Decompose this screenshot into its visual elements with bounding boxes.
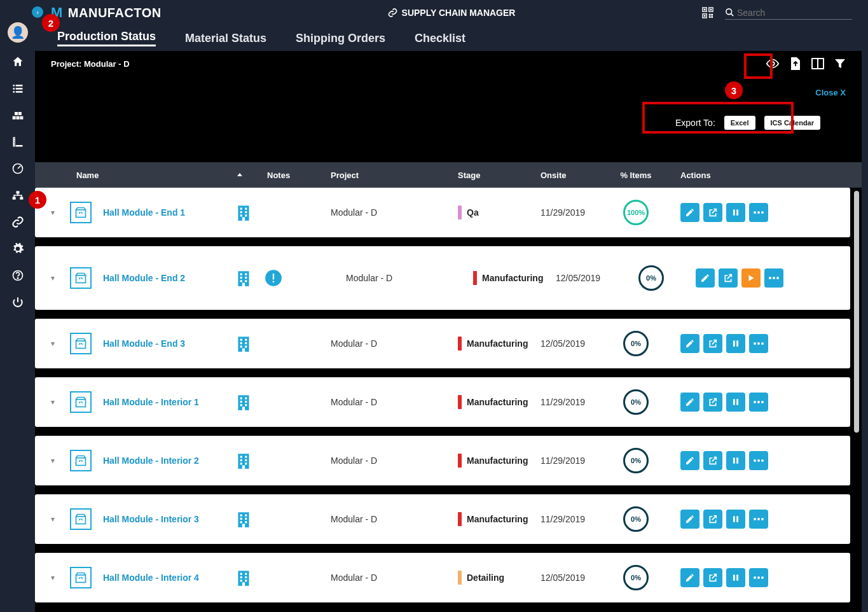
pause-button[interactable] xyxy=(726,203,745,222)
expand-row-icon[interactable]: ▾ xyxy=(35,515,70,524)
sort-icon[interactable] xyxy=(235,170,267,179)
col-items[interactable]: % Items xyxy=(604,170,668,180)
gauge-icon[interactable] xyxy=(10,161,25,176)
row-name-link[interactable]: Hall Module - Interior 1 xyxy=(103,397,199,407)
edit-button[interactable] xyxy=(680,393,699,412)
row-name-link[interactable]: Hall Module - End 2 xyxy=(103,273,185,283)
link-icon[interactable] xyxy=(10,214,25,230)
edit-button[interactable] xyxy=(680,203,699,222)
pause-button[interactable] xyxy=(726,393,745,412)
expand-row-icon[interactable]: ▾ xyxy=(35,208,70,217)
edit-button[interactable] xyxy=(680,451,699,470)
col-name[interactable]: Name xyxy=(70,170,235,180)
svg-rect-68 xyxy=(240,345,242,347)
svg-rect-143 xyxy=(736,574,738,580)
svg-rect-47 xyxy=(76,275,86,283)
close-export[interactable]: Close X xyxy=(815,88,846,97)
svg-rect-54 xyxy=(245,280,247,282)
col-onsite[interactable]: Onsite xyxy=(541,170,604,180)
svg-point-27 xyxy=(726,9,732,15)
row-onsite: 11/29/2019 xyxy=(541,456,604,466)
search-input[interactable] xyxy=(734,8,852,18)
edit-button[interactable] xyxy=(680,568,699,587)
svg-rect-102 xyxy=(240,462,242,464)
export-panel: Export To: Excel ICS Calendar xyxy=(675,116,820,130)
row-stage: Detailing xyxy=(458,571,541,585)
svg-rect-85 xyxy=(240,404,242,406)
play-button[interactable] xyxy=(741,268,761,288)
list-icon[interactable] xyxy=(10,81,25,96)
more-button[interactable] xyxy=(749,451,768,470)
row-project: Modular - D xyxy=(346,273,473,283)
power-icon[interactable] xyxy=(10,295,25,310)
expand-row-icon[interactable]: ▾ xyxy=(35,274,70,282)
visibility-icon[interactable] xyxy=(766,57,780,71)
row-name-link[interactable]: Hall Module - Interior 3 xyxy=(103,514,199,524)
export-excel-button[interactable]: Excel xyxy=(724,116,755,130)
open-button[interactable] xyxy=(703,203,722,222)
help-icon[interactable] xyxy=(10,268,25,283)
avatar[interactable]: 👤 xyxy=(8,22,28,43)
export-ics-button[interactable]: ICS Calendar xyxy=(764,116,820,130)
tab-checklist[interactable]: Checklist xyxy=(415,32,465,45)
expand-row-icon[interactable]: ▾ xyxy=(35,456,70,465)
col-stage[interactable]: Stage xyxy=(458,170,541,180)
row-name-link[interactable]: Hall Module - Interior 4 xyxy=(103,573,199,583)
more-button[interactable] xyxy=(749,510,768,529)
col-project[interactable]: Project xyxy=(331,170,458,180)
scrollbar[interactable] xyxy=(854,191,859,433)
table-row: ▾Hall Module - Interior 1Modular - DManu… xyxy=(35,377,850,427)
qr-icon[interactable] xyxy=(702,7,713,18)
tabbar: Production Status Material Status Shippi… xyxy=(35,25,868,51)
more-button[interactable] xyxy=(764,268,783,288)
tab-material-status[interactable]: Material Status xyxy=(185,32,266,45)
svg-point-145 xyxy=(757,576,760,579)
svg-rect-9 xyxy=(15,112,18,115)
open-button[interactable] xyxy=(703,451,722,470)
edit-button[interactable] xyxy=(680,510,699,529)
more-button[interactable] xyxy=(749,568,768,587)
tab-shipping-orders[interactable]: Shipping Orders xyxy=(296,32,385,45)
row-project: Modular - D xyxy=(331,456,458,466)
pause-button[interactable] xyxy=(726,334,745,353)
pause-button[interactable] xyxy=(726,451,745,470)
svg-rect-69 xyxy=(245,345,247,347)
more-button[interactable] xyxy=(749,334,768,353)
row-onsite: 11/29/2019 xyxy=(541,397,604,407)
row-name-link[interactable]: Hall Module - End 1 xyxy=(103,207,185,218)
row-onsite: 12/05/2019 xyxy=(541,573,604,583)
edit-button[interactable] xyxy=(680,334,699,353)
home-icon[interactable] xyxy=(10,54,25,69)
columns-icon[interactable] xyxy=(811,58,824,69)
more-button[interactable] xyxy=(749,393,768,412)
export-icon[interactable] xyxy=(790,57,801,70)
gear-icon[interactable] xyxy=(10,241,25,256)
pause-button[interactable] xyxy=(726,568,745,587)
expand-row-icon[interactable]: ▾ xyxy=(35,339,70,348)
open-button[interactable] xyxy=(703,568,722,587)
svg-rect-26 xyxy=(711,16,713,18)
tab-production-status[interactable]: Production Status xyxy=(57,30,156,46)
search-box[interactable] xyxy=(725,6,852,20)
edit-button[interactable] xyxy=(696,268,715,288)
filter-icon[interactable] xyxy=(834,58,846,69)
hierarchy-icon[interactable] xyxy=(10,188,25,203)
row-name-link[interactable]: Hall Module - Interior 2 xyxy=(103,456,199,466)
expand-row-icon[interactable]: ▾ xyxy=(35,398,70,407)
open-button[interactable] xyxy=(703,510,722,529)
open-button[interactable] xyxy=(703,393,722,412)
chain-icon xyxy=(388,8,398,18)
more-button[interactable] xyxy=(749,203,768,222)
col-notes[interactable]: Notes xyxy=(267,170,331,180)
row-name-link[interactable]: Hall Module - End 3 xyxy=(103,338,185,349)
expand-sidebar-icon[interactable]: › xyxy=(32,6,43,18)
ruler-icon[interactable] xyxy=(10,134,25,150)
callout-badge-1: 1 xyxy=(29,191,46,209)
svg-rect-121 xyxy=(242,524,245,527)
open-button[interactable] xyxy=(719,268,738,288)
expand-row-icon[interactable]: ▾ xyxy=(35,573,70,582)
pause-button[interactable] xyxy=(726,510,745,529)
inventory-icon[interactable] xyxy=(10,108,25,123)
open-button[interactable] xyxy=(703,334,722,353)
svg-rect-24 xyxy=(711,14,713,16)
